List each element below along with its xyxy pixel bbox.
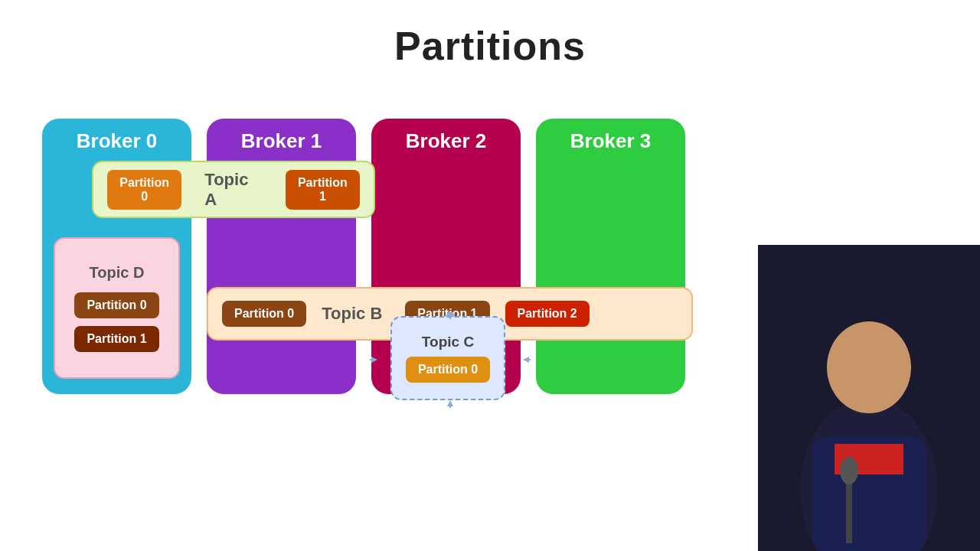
broker-0-label: Broker 0 [77, 129, 158, 153]
svg-marker-5 [447, 400, 453, 406]
topic-d-box: Topic D Partition 0 Partition 1 [54, 237, 180, 379]
topic-a-partition-1: Partition 1 [286, 170, 360, 210]
broker-1-label: Broker 1 [241, 129, 322, 153]
svg-point-10 [827, 321, 911, 413]
topic-a-box: Partition 0 Topic A Partition 1 [92, 161, 375, 218]
topic-a-partition-0: Partition 0 [107, 170, 181, 210]
topic-c-partition-0: Partition 0 [406, 357, 490, 383]
topic-c-label: Topic C [422, 334, 474, 350]
svg-rect-13 [846, 482, 852, 543]
broker-2-label: Broker 2 [406, 129, 487, 153]
webcam-overlay [758, 245, 980, 551]
broker-3-label: Broker 3 [570, 129, 652, 153]
topic-c-box: Topic C Partition 0 [390, 316, 505, 400]
topic-d-partition-0: Partition 0 [74, 292, 158, 318]
topic-a-label: Topic A [204, 170, 254, 210]
topic-b-label: Topic B [322, 304, 382, 324]
page-title: Partitions [0, 0, 980, 69]
topic-b-partition-0: Partition 0 [222, 301, 306, 327]
diagram-area: Broker 0 Broker 1 Broker 2 Broker 3 Part… [42, 119, 777, 425]
person-silhouette [758, 245, 980, 551]
topic-d-label: Topic D [90, 264, 145, 282]
topic-d-partition-1: Partition 1 [74, 326, 158, 352]
svg-point-14 [840, 457, 858, 484]
broker-3: Broker 3 [536, 119, 685, 394]
broker-1: Broker 1 [207, 119, 356, 394]
svg-marker-7 [523, 357, 529, 363]
topic-b-partition-2: Partition 2 [505, 301, 590, 327]
person-svg [758, 245, 980, 551]
